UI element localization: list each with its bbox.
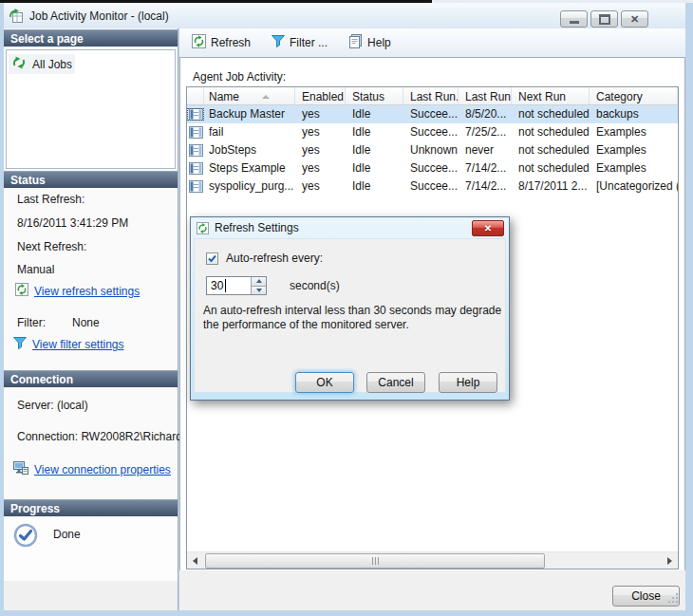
job-next-run: not scheduled xyxy=(512,159,590,177)
job-category: [Uncategorized (L... xyxy=(590,177,678,196)
auto-refresh-interval-input[interactable] xyxy=(207,277,253,294)
column-enabled[interactable]: Enabled xyxy=(295,87,346,104)
column-next-run[interactable]: Next Run xyxy=(512,87,590,104)
connection-header: Connection xyxy=(4,370,178,387)
sidebar-footer xyxy=(4,581,178,610)
last-refresh-value: 8/16/2011 3:41:29 PM xyxy=(17,216,128,230)
grid-label: Agent Job Activity: xyxy=(193,70,286,84)
job-category: Examples xyxy=(590,159,678,177)
dialog-title-bar: Refresh Settings ✕ xyxy=(191,217,509,238)
table-row[interactable]: JobSteps yes Idle Unknown never not sche… xyxy=(187,141,678,159)
restore-button[interactable] xyxy=(590,10,618,28)
scroll-right-icon xyxy=(667,557,672,565)
job-category: Examples xyxy=(590,141,678,159)
job-status: Idle xyxy=(346,123,403,141)
help-button[interactable]: Help xyxy=(439,372,497,393)
all-jobs-icon xyxy=(11,55,27,73)
filter-label: Filter: xyxy=(17,316,46,329)
view-refresh-settings-row: View refresh settings xyxy=(15,283,140,299)
table-row[interactable]: Steps Example yes Idle Succee... 7/14/2.… xyxy=(187,159,678,177)
refresh-button[interactable]: Refresh xyxy=(189,32,253,53)
progress-status: Done xyxy=(53,528,81,541)
job-icon xyxy=(187,108,204,121)
interval-spinner xyxy=(206,276,267,295)
ok-button[interactable]: OK xyxy=(295,372,354,393)
job-last-run: never xyxy=(459,141,512,159)
column-last-run-outcome[interactable]: Last Run... xyxy=(403,87,459,104)
refresh-settings-dialog: Refresh Settings ✕ Auto-refresh every: s… xyxy=(190,216,510,401)
filter-button[interactable]: Filter ... xyxy=(269,33,330,52)
dialog-title: Refresh Settings xyxy=(215,221,299,234)
view-refresh-settings-link[interactable]: View refresh settings xyxy=(34,285,140,298)
cancel-button[interactable]: Cancel xyxy=(366,372,425,393)
job-name: syspolicy_purg... xyxy=(204,177,295,196)
column-icon[interactable] xyxy=(187,87,204,104)
filter-icon xyxy=(272,35,285,50)
filter-value: None xyxy=(72,316,100,329)
horizontal-scrollbar[interactable] xyxy=(187,551,678,569)
spin-up-button[interactable] xyxy=(251,277,266,286)
refresh-label: Refresh xyxy=(211,36,251,49)
job-status: Idle xyxy=(346,105,403,123)
job-icon xyxy=(187,162,204,175)
job-icon xyxy=(187,144,204,157)
sidebar-item-all-jobs[interactable]: All Jobs xyxy=(9,54,75,74)
spin-down-button[interactable] xyxy=(251,286,266,295)
job-status: Idle xyxy=(346,177,403,196)
table-row[interactable]: Backup Master yes Idle Succee... 8/5/20.… xyxy=(187,105,678,123)
view-filter-settings-link[interactable]: View filter settings xyxy=(32,338,124,351)
table-row[interactable]: syspolicy_purg... yes Idle Succee... 7/1… xyxy=(187,177,678,196)
job-icon xyxy=(187,126,204,139)
bottom-panel: Close xyxy=(179,570,685,610)
select-page-header: Select a page xyxy=(4,29,178,47)
toolbar: Refresh Filter ... xyxy=(179,28,685,57)
job-name: fail xyxy=(204,123,295,141)
job-category: Examples xyxy=(590,123,678,141)
close-window-button[interactable]: ✕ xyxy=(621,10,648,28)
job-last-run: 7/14/2... xyxy=(459,159,512,177)
help-label: Help xyxy=(367,36,391,49)
dialog-close-button[interactable]: ✕ xyxy=(472,220,504,236)
scroll-left-icon xyxy=(193,557,197,565)
job-enabled: yes xyxy=(295,123,346,141)
job-enabled: yes xyxy=(295,159,346,177)
job-last-run-outcome: Succee... xyxy=(403,123,459,141)
job-next-run: not scheduled xyxy=(512,141,590,159)
auto-refresh-checkbox[interactable] xyxy=(206,252,218,265)
column-status[interactable]: Status xyxy=(346,87,403,104)
table-row[interactable]: fail yes Idle Succee... 7/25/2... not sc… xyxy=(187,123,678,141)
close-icon: ✕ xyxy=(630,14,639,25)
view-filter-settings-row: View filter settings xyxy=(13,337,124,352)
job-last-run-outcome: Succee... xyxy=(403,105,459,123)
status-header: Status xyxy=(4,171,178,188)
title-bar: Job Activity Monitor - (local) ✕ xyxy=(4,3,685,29)
scrollbar-thumb[interactable] xyxy=(205,553,545,569)
job-last-run: 8/5/20... xyxy=(459,105,512,123)
help-icon xyxy=(348,34,363,51)
job-next-run: not scheduled xyxy=(512,123,590,141)
resize-grip[interactable] xyxy=(668,593,680,607)
job-status: Idle xyxy=(346,141,403,159)
view-connection-properties-link[interactable]: View connection properties xyxy=(34,463,171,476)
job-name: JobSteps xyxy=(204,141,295,159)
help-button[interactable]: Help xyxy=(346,32,394,53)
job-name: Steps Example xyxy=(204,159,295,177)
filter-label: Filter ... xyxy=(290,36,328,49)
minimize-button[interactable] xyxy=(560,10,588,28)
column-last-run[interactable]: Last Run xyxy=(459,87,512,104)
scroll-right-button[interactable] xyxy=(662,552,678,569)
column-category[interactable]: Category xyxy=(590,87,678,104)
column-name[interactable]: Name xyxy=(204,87,295,104)
check-icon xyxy=(207,253,217,264)
job-last-run-outcome: Succee... xyxy=(403,177,459,196)
job-last-run-outcome: Succee... xyxy=(403,159,459,177)
scroll-left-button[interactable] xyxy=(187,552,203,569)
job-name: Backup Master xyxy=(204,105,295,123)
job-enabled: yes xyxy=(295,141,346,159)
filter-icon xyxy=(13,337,27,352)
job-last-run: 7/25/2... xyxy=(459,123,512,141)
spin-up-icon xyxy=(256,279,262,283)
close-icon: ✕ xyxy=(484,223,492,233)
sidebar: Select a page All Jobs Status Last Refre… xyxy=(4,28,178,610)
view-connection-properties-row: View connection properties xyxy=(13,461,171,478)
